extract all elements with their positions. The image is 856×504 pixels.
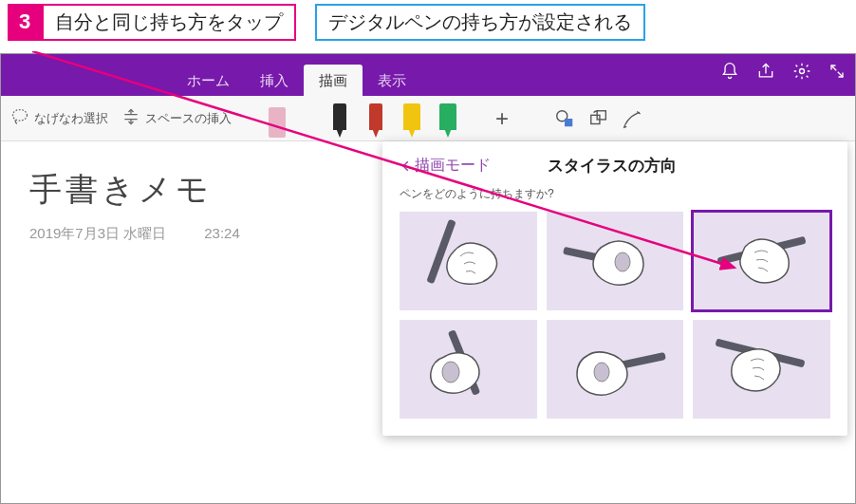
back-to-draw-mode[interactable]: 描画モード (400, 156, 491, 176)
grip-option-5[interactable] (547, 320, 684, 419)
grip-option-2[interactable] (547, 212, 684, 310)
svg-rect-4 (565, 119, 572, 126)
stylus-question: ペンをどのように持ちますか? (400, 186, 830, 202)
svg-point-9 (615, 252, 630, 271)
svg-point-2 (13, 110, 28, 121)
grip-option-3[interactable] (693, 212, 830, 310)
step-number-badge: 3 (8, 4, 42, 41)
add-pen-button[interactable]: + (495, 105, 509, 132)
pen-red[interactable] (364, 100, 387, 138)
titlebar: ホーム 挿入 描画 表示 (1, 54, 855, 96)
stylus-panel-title: スタイラスの方向 (548, 155, 677, 177)
bell-icon[interactable] (720, 62, 739, 85)
pen-black[interactable] (328, 100, 351, 138)
shape-tool[interactable] (554, 108, 575, 129)
draw-toolbar: なげなわ選択 スペースの挿入 + (1, 96, 855, 141)
chevron-left-icon (400, 159, 413, 173)
lasso-icon (10, 107, 29, 129)
eraser-tool[interactable] (266, 100, 288, 138)
svg-point-1 (800, 69, 805, 74)
note-date: 2019年7月3日 水曜日 (29, 225, 166, 243)
tab-insert[interactable]: 挿入 (245, 65, 304, 96)
back-label: 描画モード (415, 156, 491, 176)
grip-option-6[interactable] (693, 320, 830, 419)
svg-point-14 (594, 363, 609, 382)
tab-draw[interactable]: 描画 (304, 65, 363, 96)
lasso-label: なげなわ選択 (34, 110, 108, 127)
highlighter-yellow[interactable] (400, 100, 423, 138)
tab-view[interactable]: 表示 (363, 65, 421, 96)
grip-option-1[interactable] (400, 212, 537, 310)
share-icon[interactable] (756, 62, 775, 85)
tab-home[interactable]: ホーム (172, 65, 245, 96)
stylus-settings-button[interactable] (623, 108, 643, 129)
note-time: 23:24 (204, 225, 240, 243)
ink-to-shape-tool[interactable] (588, 108, 609, 129)
note-canvas[interactable]: 手書きメモ 2019年7月3日 水曜日 23:24 描画モード スタイラスの方向… (1, 141, 855, 503)
grip-option-4[interactable] (400, 320, 537, 419)
grip-options-grid (400, 212, 830, 419)
insert-space-label: スペースの挿入 (145, 110, 232, 127)
annotation-callouts: 3 自分と同じ持ち方をタップ デジタルペンの持ち方が設定される (0, 0, 856, 45)
gear-icon[interactable] (792, 62, 811, 85)
stylus-orientation-panel: 描画モード スタイラスの方向 ペンをどのように持ちますか? (382, 141, 847, 436)
insert-space-icon (121, 107, 140, 129)
onenote-app-window: ホーム 挿入 描画 表示 なげなわ選択 (0, 53, 856, 504)
fullscreen-icon[interactable] (828, 63, 846, 84)
svg-point-12 (442, 362, 459, 383)
insert-space-button[interactable]: スペースの挿入 (121, 107, 232, 129)
instruction-callout: 自分と同じ持ち方をタップ (42, 4, 296, 41)
result-callout: デジタルペンの持ち方が設定される (315, 4, 645, 41)
highlighter-green[interactable] (437, 100, 459, 138)
lasso-select-button[interactable]: なげなわ選択 (10, 107, 108, 129)
